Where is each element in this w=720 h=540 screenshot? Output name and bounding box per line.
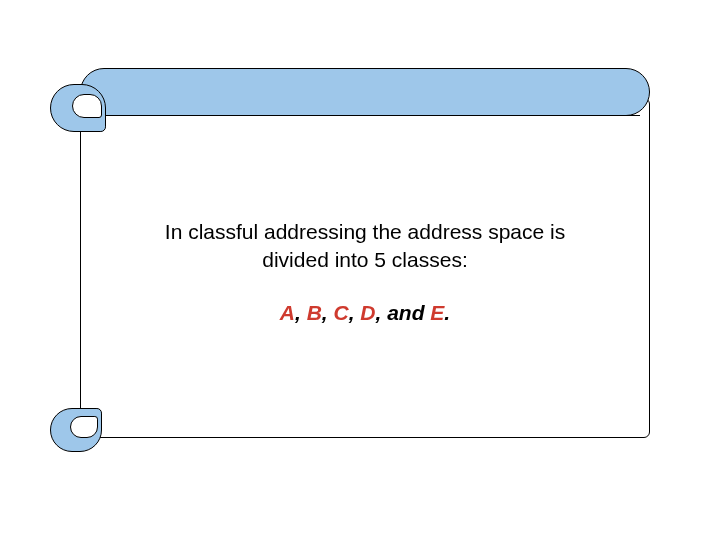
body-line-1: In classful addressing the address space…	[165, 220, 565, 243]
class-b: B	[307, 301, 322, 324]
and-word: and	[387, 301, 430, 324]
scroll-top-roll	[80, 68, 650, 116]
classes-list: A, B, C, D, and E.	[80, 301, 650, 325]
scroll-figure: In classful addressing the address space…	[50, 68, 670, 468]
period: .	[444, 301, 450, 324]
comma-2: ,	[322, 301, 334, 324]
class-a: A	[280, 301, 295, 324]
scroll-top-curl	[50, 84, 106, 132]
class-d: D	[360, 301, 375, 324]
scroll-top-edge	[112, 115, 640, 116]
body-text: In classful addressing the address space…	[80, 218, 650, 275]
body-line-2: divided into 5 classes:	[262, 248, 467, 271]
comma-1: ,	[295, 301, 307, 324]
class-c: C	[333, 301, 348, 324]
slide-text: In classful addressing the address space…	[80, 218, 650, 325]
comma-3: ,	[349, 301, 361, 324]
scroll-bottom-curl	[50, 408, 102, 452]
comma-4: ,	[376, 301, 388, 324]
class-e: E	[430, 301, 444, 324]
